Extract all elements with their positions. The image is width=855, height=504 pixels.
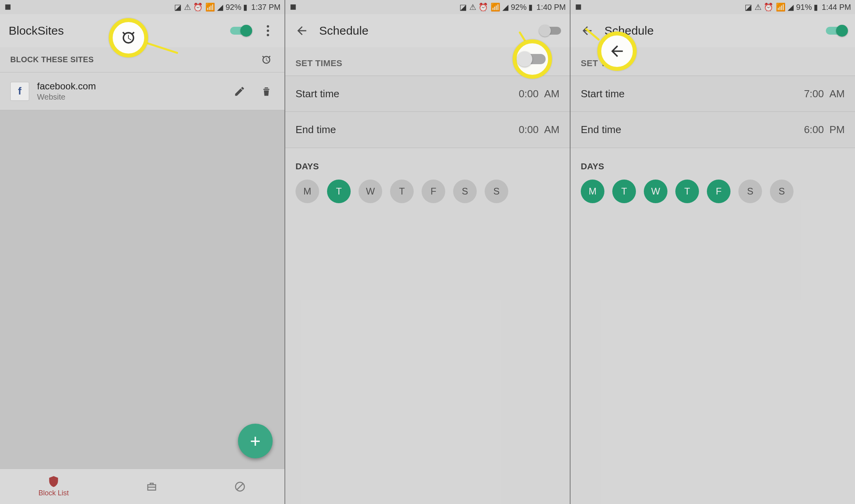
end-time-value: 0:00 xyxy=(519,124,539,136)
schedule-button[interactable] xyxy=(258,52,274,68)
schedule-toggle[interactable] xyxy=(826,27,846,35)
facebook-icon: f xyxy=(10,82,29,101)
more-icon xyxy=(267,25,269,36)
nav-label: Block List xyxy=(38,489,69,497)
day-chip[interactable]: W xyxy=(359,180,382,203)
shield-icon xyxy=(48,476,59,487)
day-chip[interactable]: T xyxy=(612,180,636,203)
pencil-icon xyxy=(234,85,245,97)
day-chip[interactable]: T xyxy=(390,180,414,203)
nav-block[interactable] xyxy=(234,481,246,493)
start-time-value: 7:00 xyxy=(804,88,824,100)
section-label: BLOCK THESE SITES xyxy=(10,55,94,64)
status-bar: ◪ ⚠ ⏰ 📶 ◢ 91% ▮ 1:44 PM xyxy=(571,0,855,14)
day-chip[interactable]: W xyxy=(644,180,667,203)
day-chip[interactable]: M xyxy=(581,180,604,203)
master-toggle[interactable] xyxy=(230,27,251,35)
app-title: Schedule xyxy=(604,24,816,37)
back-arrow-icon xyxy=(295,24,309,37)
status-time: 1:40 PM xyxy=(537,3,566,12)
status-time: 1:44 PM xyxy=(822,3,851,12)
day-chip[interactable]: S xyxy=(738,180,762,203)
day-chip[interactable]: F xyxy=(422,180,445,203)
end-time-label: End time xyxy=(296,124,336,136)
image-icon xyxy=(289,3,297,11)
image-icon xyxy=(4,3,12,11)
days-header: DAYS xyxy=(571,148,855,178)
battery-pct: 91% xyxy=(796,3,812,12)
start-time-ampm: AM xyxy=(829,88,845,100)
day-chip[interactable]: T xyxy=(327,180,351,203)
end-time-ampm: AM xyxy=(544,124,559,136)
alarm-icon xyxy=(120,29,137,46)
status-icons: ◪ ⚠ ⏰ 📶 ◢ xyxy=(745,2,794,12)
status-icons: ◪ ⚠ ⏰ 📶 ◢ xyxy=(459,2,508,12)
day-chip[interactable]: F xyxy=(707,180,730,203)
callout-alarm xyxy=(109,18,148,57)
briefcase-icon xyxy=(146,481,158,493)
status-bar: ◪ ⚠ ⏰ 📶 ◢ 92% ▮ 1:37 PM xyxy=(0,0,284,14)
callout-back xyxy=(597,32,637,71)
app-title: Schedule xyxy=(319,24,531,37)
battery-icon: ▮ xyxy=(814,2,818,12)
battery-icon: ▮ xyxy=(243,2,247,12)
end-time-row[interactable]: End time 6:00PM xyxy=(571,112,855,148)
nav-block-list[interactable]: Block List xyxy=(38,476,69,497)
bottom-nav: Block List xyxy=(0,469,284,504)
alarm-icon xyxy=(260,54,272,66)
delete-button[interactable] xyxy=(258,83,274,99)
back-button[interactable] xyxy=(294,23,310,39)
trash-icon xyxy=(260,85,272,97)
start-time-label: Start time xyxy=(296,88,339,100)
image-icon xyxy=(574,3,582,11)
day-chip[interactable]: S xyxy=(485,180,508,203)
status-time: 1:37 PM xyxy=(251,3,281,12)
day-chip[interactable]: T xyxy=(675,180,699,203)
nav-work[interactable] xyxy=(146,481,158,493)
battery-pct: 92% xyxy=(225,3,241,12)
days-row: MTWTFSS xyxy=(285,178,570,211)
panel-schedule-off: ◪ ⚠ ⏰ 📶 ◢ 92% ▮ 1:40 PM Schedule SET TIM… xyxy=(285,0,571,504)
battery-icon: ▮ xyxy=(528,2,533,12)
site-item[interactable]: f facebook.com Website xyxy=(0,72,284,110)
end-time-row[interactable]: End time 0:00AM xyxy=(285,112,570,148)
add-fab[interactable]: + xyxy=(238,424,273,458)
callout-toggle xyxy=(513,39,552,79)
panel-schedule-on: ◪ ⚠ ⏰ 📶 ◢ 91% ▮ 1:44 PM Schedule SET TIM… xyxy=(571,0,855,504)
end-time-ampm: PM xyxy=(829,124,845,136)
days-row: MTWTFSS xyxy=(571,178,855,211)
status-bar: ◪ ⚠ ⏰ 📶 ◢ 92% ▮ 1:40 PM xyxy=(285,0,570,14)
back-arrow-icon xyxy=(608,43,626,60)
battery-pct: 92% xyxy=(511,3,526,12)
status-icons: ◪ ⚠ ⏰ 📶 ◢ xyxy=(174,2,223,12)
days-header: DAYS xyxy=(285,148,570,178)
day-chip[interactable]: S xyxy=(453,180,477,203)
start-time-row[interactable]: Start time 7:00AM xyxy=(571,76,855,112)
start-time-ampm: AM xyxy=(544,88,559,100)
end-time-label: End time xyxy=(581,124,621,136)
end-time-value: 6:00 xyxy=(804,124,824,136)
more-button[interactable] xyxy=(260,23,276,39)
day-chip[interactable]: M xyxy=(296,180,319,203)
start-time-label: Start time xyxy=(581,88,625,100)
site-subtitle: Website xyxy=(37,93,224,102)
site-name: facebook.com xyxy=(37,81,224,92)
block-icon xyxy=(234,481,246,493)
edit-button[interactable] xyxy=(232,83,247,99)
start-time-row[interactable]: Start time 0:00AM xyxy=(285,76,570,112)
panel-blocksites: ◪ ⚠ ⏰ 📶 ◢ 92% ▮ 1:37 PM BlockSites BLOCK… xyxy=(0,0,285,504)
day-chip[interactable]: S xyxy=(770,180,794,203)
start-time-value: 0:00 xyxy=(519,88,539,100)
schedule-toggle[interactable] xyxy=(541,27,561,35)
